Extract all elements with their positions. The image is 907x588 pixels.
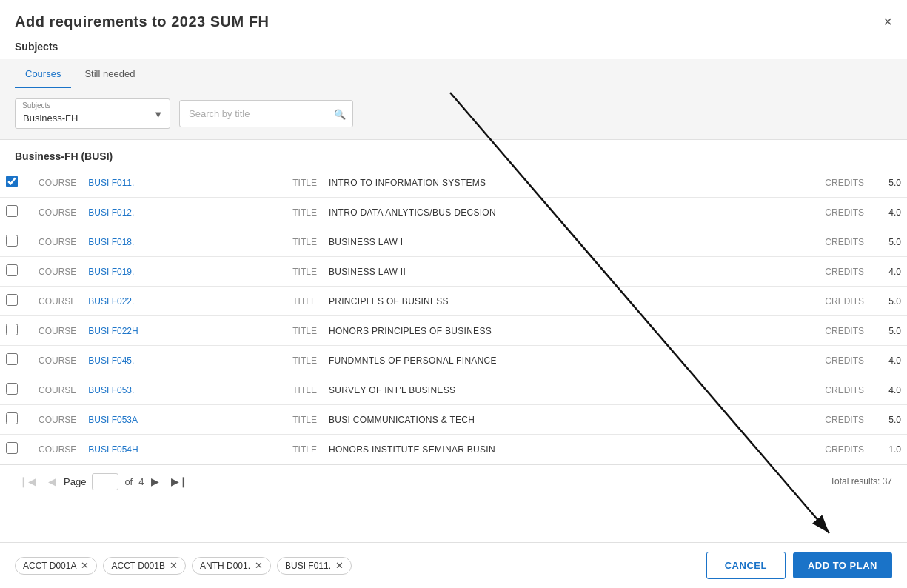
first-page-button[interactable]: ❙◀ <box>15 472 41 490</box>
course-label-8: Course <box>33 405 82 435</box>
chip-remove-3[interactable]: ✕ <box>335 561 344 570</box>
course-code-3[interactable]: BUSI F019. <box>82 257 287 287</box>
checkbox-cell <box>0 346 33 375</box>
course-checkbox-1[interactable] <box>6 205 18 217</box>
course-checkbox-2[interactable] <box>6 235 18 247</box>
course-code-4[interactable]: BUSI F022. <box>82 287 287 316</box>
total-pages: 4 <box>138 476 144 487</box>
title-label-5: Title <box>287 316 323 346</box>
title-label-7: Title <box>287 375 323 405</box>
course-code-9[interactable]: BUSI F054H <box>82 435 287 464</box>
course-checkbox-9[interactable] <box>6 442 18 454</box>
course-checkbox-7[interactable] <box>6 383 18 395</box>
table-row: Course BUSI F022H Title HONORS PRINCIPLE… <box>0 316 907 346</box>
credits-label-9: Credits <box>819 435 870 464</box>
course-code-2[interactable]: BUSI F018. <box>82 227 287 257</box>
checkbox-cell <box>0 375 33 405</box>
course-title-2: BUSINESS LAW I <box>323 227 819 257</box>
cancel-button[interactable]: CANCEL <box>706 552 786 579</box>
title-label-2: Title <box>287 227 323 257</box>
course-label-3: Course <box>33 257 82 287</box>
credits-value-0: 5.0 <box>870 168 907 198</box>
table-row: Course BUSI F045. Title FUNDMNTLS OF PER… <box>0 346 907 375</box>
course-label-0: Course <box>33 168 82 198</box>
tab-courses[interactable]: Courses <box>15 59 71 88</box>
course-title-8: BUSI COMMUNICATIONS & TECH <box>323 405 819 435</box>
title-label-6: Title <box>287 346 323 375</box>
title-label-3: Title <box>287 257 323 287</box>
credits-value-8: 5.0 <box>870 405 907 435</box>
course-code-6[interactable]: BUSI F045. <box>82 346 287 375</box>
table-row: Course BUSI F053. Title SURVEY OF INT'L … <box>0 375 907 405</box>
credits-label-2: Credits <box>819 227 870 257</box>
search-input[interactable] <box>179 100 353 127</box>
chip-remove-1[interactable]: ✕ <box>170 561 178 570</box>
close-button[interactable]: × <box>883 13 892 30</box>
table-row: Course BUSI F022. Title PRINCIPLES OF BU… <box>0 287 907 316</box>
course-label-5: Course <box>33 316 82 346</box>
course-checkbox-6[interactable] <box>6 353 18 365</box>
credits-value-9: 1.0 <box>870 435 907 464</box>
credits-value-1: 4.0 <box>870 198 907 227</box>
course-code-0[interactable]: BUSI F011. <box>82 168 287 198</box>
chip-label-1: ACCT D001B <box>111 561 164 571</box>
course-code-7[interactable]: BUSI F053. <box>82 375 287 405</box>
checkbox-cell <box>0 227 33 257</box>
course-code-1[interactable]: BUSI F012. <box>82 198 287 227</box>
course-checkbox-3[interactable] <box>6 264 18 276</box>
checkbox-cell <box>0 405 33 435</box>
checkbox-cell <box>0 198 33 227</box>
chip-remove-0[interactable]: ✕ <box>81 561 89 570</box>
credits-value-4: 5.0 <box>870 287 907 316</box>
tabs-row: Courses Still needed <box>0 59 907 88</box>
course-label-9: Course <box>33 435 82 464</box>
course-label-4: Course <box>33 287 82 316</box>
chip-label-3: BUSI F011. <box>285 561 331 571</box>
subjects-section-label: Subjects <box>0 38 907 59</box>
credits-value-3: 4.0 <box>870 257 907 287</box>
subjects-dropdown-wrapper: Subjects Business-FH ▼ <box>15 98 170 129</box>
footer: ACCT D001A ✕ ACCT D001B ✕ ANTH D001. ✕ B… <box>0 542 907 588</box>
add-to-plan-button[interactable]: ADD TO PLAN <box>793 552 892 578</box>
chip-remove-2[interactable]: ✕ <box>255 561 263 570</box>
course-title-1: INTRO DATA ANLYTICS/BUS DECSION <box>323 198 819 227</box>
checkbox-cell <box>0 287 33 316</box>
course-label-2: Course <box>33 227 82 257</box>
course-code-8[interactable]: BUSI F053A <box>82 405 287 435</box>
credits-label-4: Credits <box>819 287 870 316</box>
course-checkbox-5[interactable] <box>6 324 18 335</box>
filters-row: Subjects Business-FH ▼ 🔍 <box>0 88 907 139</box>
course-code-5[interactable]: BUSI F022H <box>82 316 287 346</box>
course-checkbox-4[interactable] <box>6 294 18 306</box>
course-title-5: HONORS PRINCIPLES OF BUSINESS <box>323 316 819 346</box>
credits-value-2: 5.0 <box>870 227 907 257</box>
search-icon: 🔍 <box>334 108 346 119</box>
chips-area: ACCT D001A ✕ ACCT D001B ✕ ANTH D001. ✕ B… <box>15 557 352 575</box>
course-checkbox-8[interactable] <box>6 412 18 424</box>
table-row: Course BUSI F054H Title HONORS INSTITUTE… <box>0 435 907 464</box>
page-label: Page <box>64 476 86 487</box>
course-checkbox-0[interactable] <box>6 176 18 187</box>
tabs-container: Courses Still needed Subjects Business-F… <box>0 59 907 140</box>
credits-value-6: 4.0 <box>870 346 907 375</box>
checkbox-cell <box>0 168 33 198</box>
table-row: Course BUSI F012. Title INTRO DATA ANLYT… <box>0 198 907 227</box>
course-title-6: FUNDMNTLS OF PERSONAL FINANCE <box>323 346 819 375</box>
next-page-button[interactable]: ▶ <box>147 472 164 490</box>
credits-label-8: Credits <box>819 405 870 435</box>
subjects-dropdown-label: Subjects <box>22 101 50 110</box>
tab-still-needed[interactable]: Still needed <box>74 59 145 88</box>
chip-label-0: ACCT D001A <box>23 561 76 571</box>
course-title-9: HONORS INSTITUTE SEMINAR BUSIN <box>323 435 819 464</box>
title-label-0: Title <box>287 168 323 198</box>
page-input[interactable]: 1 <box>92 473 118 490</box>
credits-label-7: Credits <box>819 375 870 405</box>
pagination-controls: ❙◀ ◀ Page 1 of 4 ▶ ▶❙ <box>15 472 193 490</box>
course-title-0: INTRO TO INFORMATION SYSTEMS <box>323 168 819 198</box>
credits-value-5: 5.0 <box>870 316 907 346</box>
last-page-button[interactable]: ▶❙ <box>167 472 193 490</box>
prev-page-button[interactable]: ◀ <box>44 472 61 490</box>
section-title: Business-FH (BUSI) <box>0 140 907 168</box>
table-row: Course BUSI F018. Title BUSINESS LAW I C… <box>0 227 907 257</box>
table-row: Course BUSI F011. Title INTRO TO INFORMA… <box>0 168 907 198</box>
